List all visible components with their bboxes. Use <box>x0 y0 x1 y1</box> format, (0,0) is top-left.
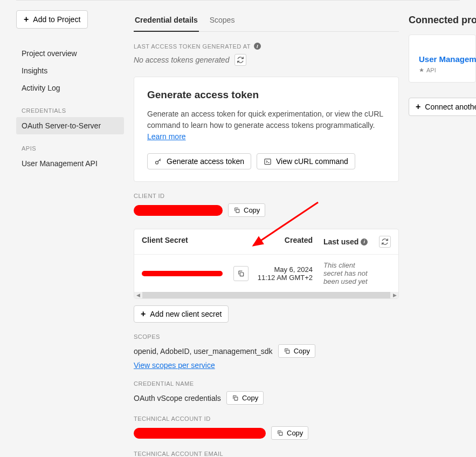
terminal-icon <box>264 158 272 166</box>
client-secret-value-redacted <box>142 271 223 276</box>
right-panel: Connected products a User Management A A… <box>409 10 476 457</box>
copy-scopes-label: Copy <box>294 347 310 355</box>
nav-project-overview[interactable]: Project overview <box>16 45 124 62</box>
copy-icon <box>232 394 239 401</box>
secret-created-time: 11:12 AM GMT+2 <box>256 274 313 282</box>
copy-icon <box>277 429 284 436</box>
info-icon[interactable]: i <box>361 238 368 245</box>
svg-rect-6 <box>279 432 282 435</box>
nav-user-management-api[interactable]: User Management API <box>16 155 124 172</box>
col-header-last-used: Last used i <box>313 236 369 248</box>
plus-icon: + <box>141 309 146 319</box>
main-content: Credential details Scopes LAST ACCESS TO… <box>124 10 409 457</box>
copy-client-id-label: Copy <box>244 206 260 214</box>
plus-icon: + <box>416 102 420 112</box>
technical-account-id-label: TECHNICAL ACCOUNT ID <box>134 415 399 422</box>
svg-rect-5 <box>234 397 238 400</box>
last-used-header-text: Last used <box>323 237 358 246</box>
nav-section-apis: APIS <box>16 141 124 155</box>
product-card: User Management A API <box>409 35 476 83</box>
generate-token-btn-label: Generate access token <box>167 157 244 166</box>
scopes-label: SCOPES <box>134 333 399 340</box>
copy-credential-name-button[interactable]: Copy <box>226 391 264 405</box>
client-id-label: CLIENT ID <box>134 193 399 199</box>
connect-another-label: Connect another servi <box>425 103 476 111</box>
api-badge-icon <box>419 67 424 73</box>
scopes-value: openid, AdobeID, user_management_sdk <box>134 347 273 356</box>
svg-rect-4 <box>286 350 289 353</box>
horizontal-scrollbar[interactable]: ◀ ▶ <box>134 292 398 298</box>
refresh-icon <box>381 238 389 245</box>
copy-client-id-button[interactable]: Copy <box>228 203 265 217</box>
add-to-project-button[interactable]: + Add to Project <box>16 10 88 29</box>
tab-scopes[interactable]: Scopes <box>209 10 236 32</box>
generate-token-card: Generate access token Generate an access… <box>134 77 399 182</box>
last-token-label: LAST ACCESS TOKEN GENERATED AT i <box>134 43 399 50</box>
refresh-tokens-button[interactable] <box>234 54 246 66</box>
view-curl-button[interactable]: View cURL command <box>257 153 355 169</box>
copy-tech-id-label: Copy <box>287 429 303 437</box>
connect-another-service-button[interactable]: + Connect another servi <box>409 98 476 116</box>
nav-oauth-server-to-server[interactable]: OAuth Server-to-Server <box>16 117 124 134</box>
svg-rect-3 <box>240 272 243 276</box>
view-curl-btn-label: View cURL command <box>276 157 348 166</box>
last-token-label-text: LAST ACCESS TOKEN GENERATED AT <box>134 43 251 50</box>
product-api-label: API <box>419 67 468 73</box>
no-tokens-text: No access tokens generated <box>134 56 229 64</box>
add-new-client-secret-button[interactable]: + Add new client secret <box>134 305 229 323</box>
copy-cred-name-label: Copy <box>242 394 258 402</box>
generate-token-body: Generate an access token for quick exper… <box>147 108 385 142</box>
generate-token-title: Generate access token <box>147 89 385 101</box>
scroll-left-arrow[interactable]: ◀ <box>134 292 142 298</box>
svg-rect-2 <box>236 209 239 213</box>
refresh-icon <box>237 56 244 64</box>
copy-icon <box>284 347 291 354</box>
nav-activity-log[interactable]: Activity Log <box>16 79 124 97</box>
plus-icon: + <box>24 15 29 24</box>
copy-icon <box>237 270 245 277</box>
nav-section-credentials: CREDENTIALS <box>16 103 124 117</box>
generate-token-body-text: Generate an access token for quick exper… <box>147 110 383 129</box>
sidebar: + Add to Project Project overview Insigh… <box>16 10 124 457</box>
add-secret-label: Add new client secret <box>150 310 222 318</box>
svg-point-0 <box>156 161 158 163</box>
scroll-track[interactable] <box>142 292 390 298</box>
copy-client-secret-button[interactable] <box>233 266 249 281</box>
credential-name-label: CREDENTIAL NAME <box>134 380 399 387</box>
client-secret-row: May 6, 2024 11:12 AM GMT+2 This client s… <box>134 254 398 292</box>
client-secret-table: Client Secret Created Last used i <box>134 229 399 299</box>
col-header-client-secret: Client Secret <box>142 236 256 248</box>
secret-last-used-cell: This client secret has not been used yet <box>313 261 369 285</box>
key-icon <box>154 158 162 166</box>
product-name-link[interactable]: User Management A <box>419 54 468 64</box>
copy-technical-account-id-button[interactable]: Copy <box>271 426 308 440</box>
refresh-secrets-button[interactable] <box>379 236 391 248</box>
view-scopes-per-service-link[interactable]: View scopes per service <box>134 361 215 370</box>
secret-created-cell: May 6, 2024 11:12 AM GMT+2 <box>256 265 313 282</box>
nav-insights[interactable]: Insights <box>16 62 124 79</box>
last-token-row: No access tokens generated <box>134 54 399 66</box>
secret-created-date: May 6, 2024 <box>256 265 313 274</box>
tabs: Credential details Scopes <box>134 10 399 32</box>
tab-credential-details[interactable]: Credential details <box>134 10 199 32</box>
generate-access-token-button[interactable]: Generate access token <box>147 153 251 169</box>
copy-scopes-button[interactable]: Copy <box>278 344 315 358</box>
api-label-text: API <box>426 67 436 73</box>
technical-account-email-label: TECHNICAL ACCOUNT EMAIL <box>134 451 399 457</box>
add-to-project-label: Add to Project <box>33 15 80 24</box>
col-header-created: Created <box>256 236 313 248</box>
info-icon[interactable]: i <box>254 43 261 50</box>
copy-icon <box>233 207 240 214</box>
learn-more-link[interactable]: Learn more <box>147 132 186 141</box>
scroll-right-arrow[interactable]: ▶ <box>391 292 398 298</box>
connected-products-title: Connected products a <box>409 15 476 26</box>
credential-name-value: OAuth vScope credentials <box>134 394 221 403</box>
client-id-value-redacted <box>134 205 223 216</box>
technical-account-id-redacted <box>134 428 266 439</box>
